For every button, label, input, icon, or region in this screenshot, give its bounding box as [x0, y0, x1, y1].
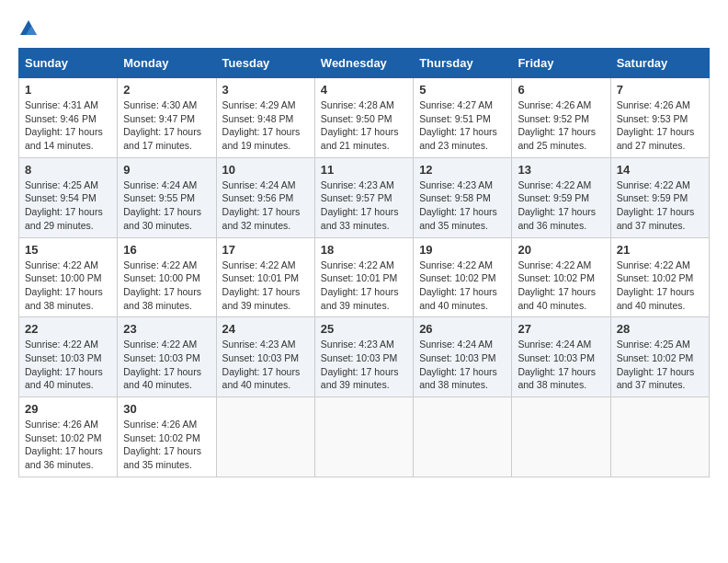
calendar-cell: 15 Sunrise: 4:22 AM Sunset: 10:00 PM Day… [19, 237, 118, 317]
day-info: Sunrise: 4:31 AM Sunset: 9:46 PM Dayligh… [25, 99, 103, 151]
calendar-week-row: 15 Sunrise: 4:22 AM Sunset: 10:00 PM Day… [19, 237, 710, 317]
day-info: Sunrise: 4:26 AM Sunset: 9:52 PM Dayligh… [518, 99, 596, 151]
day-info: Sunrise: 4:29 AM Sunset: 9:48 PM Dayligh… [222, 99, 301, 151]
calendar-cell: 6 Sunrise: 4:26 AM Sunset: 9:52 PM Dayli… [512, 78, 610, 158]
day-info: Sunrise: 4:23 AM Sunset: 10:03 PM Daylig… [222, 339, 301, 390]
calendar-table: SundayMondayTuesdayWednesdayThursdayFrid… [18, 48, 710, 477]
day-info: Sunrise: 4:22 AM Sunset: 10:00 PM Daylig… [25, 259, 103, 311]
calendar-cell: 4 Sunrise: 4:28 AM Sunset: 9:50 PM Dayli… [314, 78, 413, 158]
calendar-cell: 30 Sunrise: 4:26 AM Sunset: 10:02 PM Day… [118, 397, 216, 477]
calendar-cell: 29 Sunrise: 4:26 AM Sunset: 10:02 PM Day… [19, 397, 118, 477]
calendar-cell [610, 397, 709, 477]
calendar-week-row: 29 Sunrise: 4:26 AM Sunset: 10:02 PM Day… [19, 397, 710, 477]
day-info: Sunrise: 4:30 AM Sunset: 9:47 PM Dayligh… [123, 99, 201, 151]
calendar-cell: 14 Sunrise: 4:22 AM Sunset: 9:59 PM Dayl… [610, 157, 709, 237]
day-info: Sunrise: 4:28 AM Sunset: 9:50 PM Dayligh… [321, 99, 399, 151]
day-number: 13 [518, 163, 604, 177]
day-info: Sunrise: 4:27 AM Sunset: 9:51 PM Dayligh… [419, 99, 497, 151]
day-number: 25 [321, 322, 407, 336]
day-number: 9 [123, 163, 210, 177]
weekday-header-thursday: Thursday [414, 49, 512, 78]
day-info: Sunrise: 4:22 AM Sunset: 10:02 PM Daylig… [617, 259, 695, 311]
day-number: 19 [419, 243, 506, 257]
calendar-cell: 20 Sunrise: 4:22 AM Sunset: 10:02 PM Day… [512, 237, 610, 317]
day-number: 26 [419, 322, 506, 336]
calendar-cell [414, 397, 512, 477]
page-header [18, 18, 710, 39]
calendar-cell: 25 Sunrise: 4:23 AM Sunset: 10:03 PM Day… [314, 317, 413, 397]
day-info: Sunrise: 4:23 AM Sunset: 10:03 PM Daylig… [321, 339, 399, 390]
day-info: Sunrise: 4:22 AM Sunset: 10:02 PM Daylig… [518, 259, 596, 311]
day-number: 21 [617, 243, 703, 257]
calendar-cell: 22 Sunrise: 4:22 AM Sunset: 10:03 PM Day… [19, 317, 118, 397]
calendar-week-row: 8 Sunrise: 4:25 AM Sunset: 9:54 PM Dayli… [19, 157, 710, 237]
calendar-cell: 16 Sunrise: 4:22 AM Sunset: 10:00 PM Day… [118, 237, 216, 317]
weekday-header-friday: Friday [512, 49, 610, 78]
calendar-cell: 13 Sunrise: 4:22 AM Sunset: 9:59 PM Dayl… [512, 157, 610, 237]
day-info: Sunrise: 4:23 AM Sunset: 9:57 PM Dayligh… [321, 179, 399, 231]
day-number: 24 [222, 322, 309, 336]
day-info: Sunrise: 4:26 AM Sunset: 10:02 PM Daylig… [123, 419, 201, 470]
weekday-header-monday: Monday [118, 49, 216, 78]
day-number: 3 [222, 83, 309, 97]
day-number: 18 [321, 243, 407, 257]
day-number: 5 [419, 83, 506, 97]
day-number: 23 [123, 322, 210, 336]
calendar-cell: 12 Sunrise: 4:23 AM Sunset: 9:58 PM Dayl… [414, 157, 512, 237]
day-number: 12 [419, 163, 506, 177]
calendar-header-row: SundayMondayTuesdayWednesdayThursdayFrid… [19, 49, 710, 78]
calendar-cell: 3 Sunrise: 4:29 AM Sunset: 9:48 PM Dayli… [216, 78, 314, 158]
calendar-cell: 19 Sunrise: 4:22 AM Sunset: 10:02 PM Day… [414, 237, 512, 317]
day-number: 2 [123, 83, 210, 97]
day-number: 15 [25, 243, 111, 257]
calendar-cell: 10 Sunrise: 4:24 AM Sunset: 9:56 PM Dayl… [216, 157, 314, 237]
weekday-header-tuesday: Tuesday [216, 49, 314, 78]
calendar-cell: 27 Sunrise: 4:24 AM Sunset: 10:03 PM Day… [512, 317, 610, 397]
day-number: 22 [25, 322, 111, 336]
calendar-week-row: 22 Sunrise: 4:22 AM Sunset: 10:03 PM Day… [19, 317, 710, 397]
day-number: 8 [25, 163, 111, 177]
calendar-cell: 18 Sunrise: 4:22 AM Sunset: 10:01 PM Day… [314, 237, 413, 317]
day-info: Sunrise: 4:22 AM Sunset: 9:59 PM Dayligh… [617, 179, 695, 231]
day-number: 17 [222, 243, 309, 257]
day-info: Sunrise: 4:26 AM Sunset: 9:53 PM Dayligh… [617, 99, 695, 151]
day-info: Sunrise: 4:22 AM Sunset: 10:00 PM Daylig… [123, 259, 201, 311]
day-info: Sunrise: 4:24 AM Sunset: 10:03 PM Daylig… [419, 339, 497, 390]
calendar-cell: 7 Sunrise: 4:26 AM Sunset: 9:53 PM Dayli… [610, 78, 709, 158]
day-info: Sunrise: 4:22 AM Sunset: 10:02 PM Daylig… [419, 259, 497, 311]
day-number: 30 [123, 402, 210, 416]
weekday-header-saturday: Saturday [610, 49, 709, 78]
logo [18, 18, 40, 39]
day-number: 29 [25, 402, 111, 416]
day-number: 27 [518, 322, 604, 336]
day-info: Sunrise: 4:22 AM Sunset: 9:59 PM Dayligh… [518, 179, 596, 231]
calendar-cell: 28 Sunrise: 4:25 AM Sunset: 10:02 PM Day… [610, 317, 709, 397]
calendar-cell: 5 Sunrise: 4:27 AM Sunset: 9:51 PM Dayli… [414, 78, 512, 158]
day-number: 28 [617, 322, 703, 336]
calendar-cell: 9 Sunrise: 4:24 AM Sunset: 9:55 PM Dayli… [118, 157, 216, 237]
calendar-cell: 21 Sunrise: 4:22 AM Sunset: 10:02 PM Day… [610, 237, 709, 317]
day-info: Sunrise: 4:22 AM Sunset: 10:01 PM Daylig… [321, 259, 399, 311]
calendar-cell: 26 Sunrise: 4:24 AM Sunset: 10:03 PM Day… [414, 317, 512, 397]
calendar-week-row: 1 Sunrise: 4:31 AM Sunset: 9:46 PM Dayli… [19, 78, 710, 158]
calendar-cell: 11 Sunrise: 4:23 AM Sunset: 9:57 PM Dayl… [314, 157, 413, 237]
day-info: Sunrise: 4:25 AM Sunset: 10:02 PM Daylig… [617, 339, 695, 390]
day-number: 11 [321, 163, 407, 177]
day-number: 16 [123, 243, 210, 257]
day-number: 6 [518, 83, 604, 97]
day-number: 20 [518, 243, 604, 257]
calendar-cell: 23 Sunrise: 4:22 AM Sunset: 10:03 PM Day… [118, 317, 216, 397]
day-info: Sunrise: 4:22 AM Sunset: 10:01 PM Daylig… [222, 259, 301, 311]
day-number: 4 [321, 83, 407, 97]
day-info: Sunrise: 4:24 AM Sunset: 9:55 PM Dayligh… [123, 179, 201, 231]
calendar-cell [314, 397, 413, 477]
day-number: 10 [222, 163, 309, 177]
day-info: Sunrise: 4:26 AM Sunset: 10:02 PM Daylig… [25, 419, 103, 470]
weekday-header-sunday: Sunday [19, 49, 118, 78]
calendar-cell: 2 Sunrise: 4:30 AM Sunset: 9:47 PM Dayli… [118, 78, 216, 158]
calendar-cell [216, 397, 314, 477]
calendar-cell: 17 Sunrise: 4:22 AM Sunset: 10:01 PM Day… [216, 237, 314, 317]
calendar-cell: 24 Sunrise: 4:23 AM Sunset: 10:03 PM Day… [216, 317, 314, 397]
day-info: Sunrise: 4:24 AM Sunset: 10:03 PM Daylig… [518, 339, 596, 390]
day-number: 14 [617, 163, 703, 177]
